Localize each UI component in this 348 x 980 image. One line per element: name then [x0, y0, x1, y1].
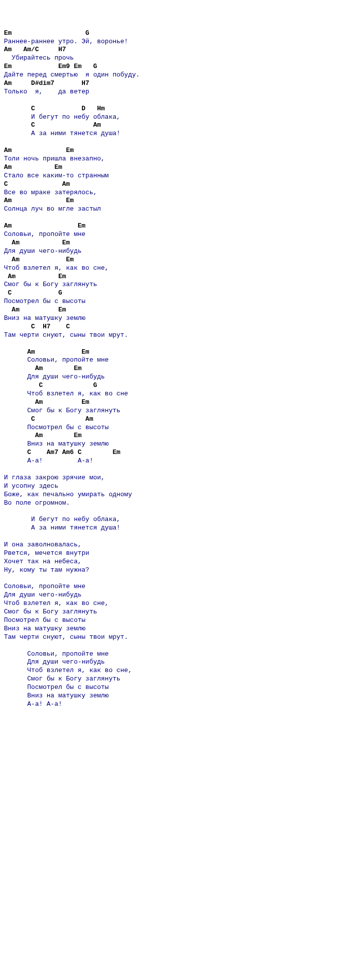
blank-line [4, 465, 344, 474]
lyric-line: Стало все каким-то странным [4, 172, 344, 180]
lyric-line: Соловьи, пропойте мне [4, 583, 344, 591]
chord-line: C H7 C [4, 323, 344, 331]
blank-line [4, 138, 344, 147]
lyric-line: Солнца луч во мгле застыл [4, 205, 344, 214]
chord-line: Am Em [4, 239, 344, 247]
lyric-line: Хочет так на небеса, [4, 558, 344, 566]
lyric-line: А за ними тянется душа! [4, 524, 344, 532]
lyric-line: Для души чего-нибудь [4, 247, 344, 256]
lyric-line: Толи ночь пришла внезапно, [4, 155, 344, 163]
lyric-line: Чтоб взлетел я, как во сне, [4, 667, 344, 675]
blank-line [4, 214, 344, 222]
blank-line [4, 642, 344, 650]
blank-line [4, 340, 344, 348]
lyric-line: Смог бы к Богу заглянуть [4, 675, 344, 683]
chord-line: Am Em [4, 197, 344, 205]
chord-line: Am Em [4, 348, 344, 357]
blank-line [4, 532, 344, 541]
lyric-line: Раннее-раннее утро. Эй, воронье! [4, 38, 344, 46]
chord-line: C Am [4, 121, 344, 130]
lyric-line: Посмотрел бы с высоты [4, 683, 344, 692]
chord-line: C Am [4, 415, 344, 424]
lyric-line: Вниз на матушку землю [4, 314, 344, 323]
chord-line: Am Em [4, 273, 344, 281]
lyric-line: Все во мраке затерялось, [4, 189, 344, 197]
lyric-line: Только я, да ветер [4, 88, 344, 96]
lyric-line: Соловьи, пропойте мне [4, 650, 344, 659]
lyric-line: А-а! А-а! [4, 700, 344, 709]
lyric-line: И глаза закрою зрячие мои, [4, 474, 344, 482]
lyric-line: И она заволновалась, [4, 541, 344, 549]
lyric-line: Посмотрел бы с высоты [4, 298, 344, 306]
lyric-line: А-а! А-а! [4, 457, 344, 465]
lyric-line: Соловьи, пропойте мне [4, 230, 344, 239]
lyric-line: И бегут по небу облака, [4, 516, 344, 524]
lyric-line: Для души чего-нибудь [4, 658, 344, 667]
blank-line [4, 507, 344, 516]
lyric-line: Убирайтесь прочь [4, 54, 344, 63]
lyric-line: Там черти снуют, сыны твои мрут. [4, 331, 344, 340]
lyric-line: Чтоб взлетел я, как во сне [4, 390, 344, 398]
lyric-line: Посмотрел бы с высоты [4, 424, 344, 432]
lyric-line: Вниз на матушку землю [4, 625, 344, 633]
lyric-line: Смог бы к Богу заглянуть [4, 407, 344, 415]
chord-line: Am Em [4, 163, 344, 172]
chord-line: C G [4, 381, 344, 390]
lyric-line: Вниз на матушку землю [4, 440, 344, 449]
chord-line: Am Em [4, 222, 344, 230]
chord-line: Am Em [4, 365, 344, 373]
chord-line: Am Em [4, 147, 344, 155]
chord-line: Am Em [4, 256, 344, 264]
lyric-line: Смог бы к Богу заглянуть [4, 608, 344, 616]
song-lyrics-container: Em GРаннее-раннее утро. Эй, воронье!Am A… [4, 29, 344, 709]
lyric-line: Для души чего-нибудь [4, 373, 344, 381]
lyric-line: А за ними тянется душа! [4, 130, 344, 138]
chord-line: Am Em [4, 306, 344, 314]
lyric-line: И усопну здесь [4, 482, 344, 491]
lyric-line: Чтоб взлетел я, как во сне, [4, 264, 344, 273]
lyric-line: Для души чего-нибудь [4, 591, 344, 600]
chord-line: Am Em [4, 398, 344, 407]
lyric-line: Рвется, мечется внутри [4, 549, 344, 558]
lyric-line: Вниз на матушку землю [4, 692, 344, 700]
chord-line: C Am7 Am6 C Em [4, 449, 344, 457]
blank-line [4, 96, 344, 105]
lyric-line: Дайте перед смертью я один побуду. [4, 71, 344, 79]
lyric-line: Смог бы к Богу заглянуть [4, 281, 344, 289]
lyric-line: Посмотрел бы с высоты [4, 616, 344, 625]
lyric-line: Там черти снуют, сыны твои мрут. [4, 633, 344, 642]
lyric-line: Во поле огромном. [4, 499, 344, 508]
chord-line: Am Am/C H7 [4, 46, 344, 54]
lyric-line: Ну, кому ты там нужна? [4, 566, 344, 575]
chord-line: Em G [4, 29, 344, 38]
chord-line: Am Em [4, 432, 344, 440]
lyric-line: Боже, как печально умирать одному [4, 491, 344, 499]
lyric-line: Чтоб взлетел я, как во сне, [4, 600, 344, 608]
chord-line: C D Hm [4, 105, 344, 113]
chord-line: C G [4, 289, 344, 298]
blank-line [4, 575, 344, 583]
chord-line: C Am [4, 180, 344, 189]
lyric-line: И бегут по небу облака, [4, 113, 344, 122]
chord-line: Em Em9 Em G [4, 63, 344, 71]
lyric-line: Соловьи, пропойте мне [4, 356, 344, 365]
chord-line: Am D#dim7 H7 [4, 79, 344, 88]
